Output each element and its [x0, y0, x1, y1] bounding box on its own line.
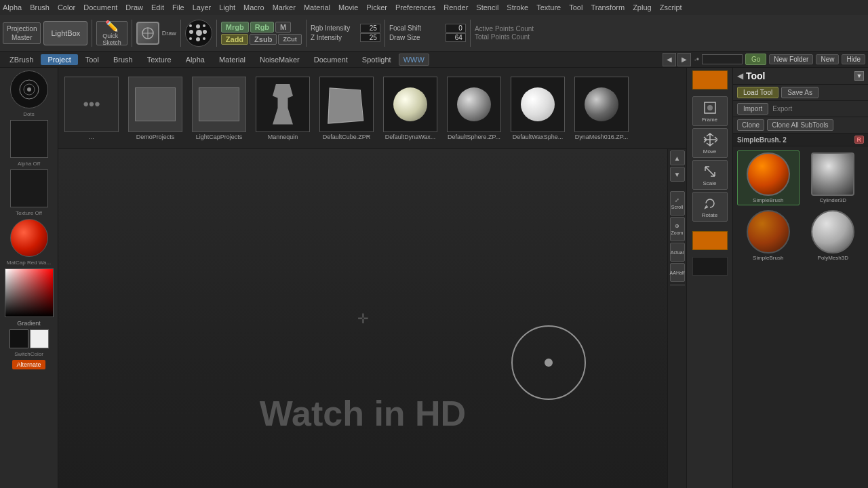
- brush-cursor-dot: [545, 359, 553, 367]
- hide-button[interactable]: Hide: [842, 54, 865, 64]
- menu-stencil[interactable]: Stencil: [476, 3, 498, 12]
- project-thumb-0: •••: [64, 77, 119, 132]
- subtool-item-2[interactable]: SimpleBrush: [737, 208, 800, 263]
- nav-fwd-button[interactable]: ▶: [677, 53, 691, 66]
- subtab-brush[interactable]: Brush: [106, 54, 140, 65]
- menu-color[interactable]: Color: [58, 3, 75, 12]
- save-as-button[interactable]: Save As: [781, 87, 818, 98]
- load-tool-button[interactable]: Load Tool: [737, 87, 778, 98]
- texture-slot[interactable]: [10, 169, 48, 207]
- subtab-document[interactable]: Document: [307, 54, 355, 65]
- rgb-intensity-value[interactable]: 25: [360, 24, 380, 33]
- zoom-button[interactable]: ⊕ Zoom: [670, 217, 685, 241]
- menu-brush[interactable]: Brush: [30, 3, 50, 12]
- menu-edit[interactable]: Edit: [151, 3, 164, 12]
- zsub-button[interactable]: Zsub: [250, 34, 277, 45]
- project-item-5[interactable]: DefaultDynaWax...: [380, 75, 441, 142]
- svg-point-5: [27, 87, 31, 92]
- menu-preferences[interactable]: Preferences: [395, 3, 435, 12]
- z-intensity-value[interactable]: 25: [360, 33, 380, 42]
- brush-selector[interactable]: [185, 20, 212, 47]
- m-button[interactable]: M: [275, 22, 291, 33]
- rgb-button[interactable]: Rgb: [250, 22, 274, 33]
- project-item-7[interactable]: DefaultWaxSphe...: [507, 75, 568, 142]
- subtool-item-3[interactable]: PolyMesh3D: [802, 208, 865, 263]
- clone-button[interactable]: Clone: [737, 119, 764, 131]
- draw-mode-icon[interactable]: [136, 22, 159, 45]
- canvas-area[interactable]: ✛ Watch in HD: [58, 149, 667, 488]
- tool-panel-collapse-icon[interactable]: ◀: [737, 71, 743, 81]
- projection-master-button[interactable]: ProjectionMaster: [3, 22, 41, 44]
- menu-texture[interactable]: Texture: [536, 3, 561, 12]
- subtab-spotlight[interactable]: Spotlight: [355, 54, 398, 65]
- menu-stroke[interactable]: Stroke: [507, 3, 528, 12]
- project-item-6[interactable]: DefaultSphere.ZP...: [443, 75, 505, 142]
- menu-marker[interactable]: Marker: [273, 3, 296, 12]
- subtab-www[interactable]: WWW: [399, 54, 429, 66]
- brush-preview[interactable]: [10, 70, 48, 108]
- path-input[interactable]: [702, 54, 743, 64]
- dark-swatch[interactable]: [692, 257, 728, 276]
- alpha-slot[interactable]: [10, 120, 48, 158]
- new-folder-button[interactable]: New Folder: [769, 54, 813, 64]
- new-button[interactable]: New: [816, 54, 839, 64]
- nav-back-button[interactable]: ◀: [663, 53, 676, 66]
- go-button[interactable]: Go: [745, 54, 766, 65]
- subtab-project[interactable]: Project: [41, 54, 77, 65]
- scroll-button[interactable]: ⤢ Scroll: [670, 191, 685, 216]
- mrgb-button[interactable]: Mrgb: [221, 22, 249, 33]
- subtab-alpha[interactable]: Alpha: [179, 54, 212, 65]
- quick-sketch-button[interactable]: ✏️ Quick Sketch: [96, 21, 127, 45]
- tool-panel-menu-icon[interactable]: ▼: [854, 71, 864, 81]
- menu-zscript[interactable]: Zscript: [660, 3, 682, 12]
- lightbox-button[interactable]: LightBox: [43, 21, 87, 45]
- menu-picker[interactable]: Picker: [366, 3, 387, 12]
- color-picker[interactable]: [5, 268, 54, 317]
- menu-material[interactable]: Material: [304, 3, 330, 12]
- menu-movie[interactable]: Movie: [338, 3, 358, 12]
- orange-swatch-1[interactable]: [692, 70, 728, 89]
- clone-all-subtools-button[interactable]: Clone All SubTools: [767, 119, 833, 131]
- material-sphere[interactable]: [10, 219, 48, 257]
- subtab-tool[interactable]: Tool: [79, 54, 106, 65]
- menu-layer[interactable]: Layer: [193, 3, 212, 12]
- aahalf-button[interactable]: AAHalf: [670, 263, 685, 282]
- subtab-material[interactable]: Material: [212, 54, 252, 65]
- project-item-2[interactable]: LightCapProjects: [189, 75, 250, 142]
- frame-button[interactable]: Frame: [692, 96, 728, 126]
- menu-document[interactable]: Document: [83, 3, 117, 12]
- focal-shift-value[interactable]: 0: [446, 24, 466, 33]
- actual-button[interactable]: Actual: [670, 243, 685, 262]
- menu-macro[interactable]: Macro: [243, 3, 264, 12]
- subtab-texture[interactable]: Texture: [140, 54, 178, 65]
- export-button[interactable]: Export: [772, 105, 792, 113]
- import-button[interactable]: Import: [737, 103, 768, 115]
- orange-swatch-2[interactable]: [692, 231, 728, 250]
- move-button[interactable]: Move: [692, 128, 728, 158]
- project-item-3[interactable]: Mannequin: [252, 75, 313, 142]
- menu-zplug[interactable]: Zplug: [633, 3, 652, 12]
- zadd-button[interactable]: Zadd: [221, 34, 248, 45]
- project-item-4[interactable]: DefaultCube.ZPR: [316, 75, 377, 142]
- color-black-swatch[interactable]: [9, 329, 28, 348]
- draw-size-value[interactable]: 64: [446, 33, 466, 42]
- color-white-swatch[interactable]: [30, 329, 49, 348]
- subtool-item-1[interactable]: Cylinder3D: [802, 150, 865, 205]
- zcut-button[interactable]: ZCut: [278, 34, 302, 45]
- project-item-0[interactable]: ••• ...: [61, 75, 122, 142]
- menu-alpha[interactable]: Alpha: [3, 3, 22, 12]
- project-item-1[interactable]: DemoProjects: [125, 75, 186, 142]
- subtab-noisemaker[interactable]: NoiseMaker: [253, 54, 307, 65]
- alternate-button[interactable]: Alternate: [12, 360, 45, 369]
- menu-draw[interactable]: Draw: [125, 3, 143, 12]
- rotate-button[interactable]: Rotate: [692, 192, 728, 222]
- menu-light[interactable]: Light: [219, 3, 235, 12]
- menu-render[interactable]: Render: [443, 3, 468, 12]
- menu-file[interactable]: File: [172, 3, 184, 12]
- subtab-zbrush[interactable]: ZBrush: [3, 54, 40, 65]
- menu-transform[interactable]: Transform: [591, 3, 625, 12]
- scale-button[interactable]: Scale: [692, 160, 728, 190]
- subtool-item-0[interactable]: SimpleBrush: [737, 150, 800, 205]
- menu-tool[interactable]: Tool: [569, 3, 583, 12]
- project-item-8[interactable]: DynaMesh016.ZP...: [571, 75, 632, 142]
